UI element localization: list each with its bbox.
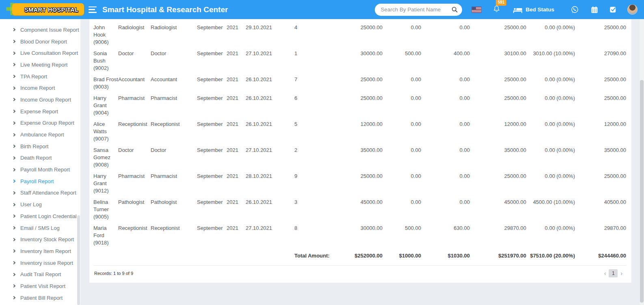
- sidebar-item-staff-attendance-report[interactable]: Staff Attendance Report: [0, 187, 80, 199]
- sidebar-item-label: Blood Donor Report: [20, 39, 67, 45]
- menu-toggle-icon[interactable]: [89, 6, 97, 13]
- sidebar-item-label: Patient Login Credential: [20, 213, 77, 219]
- cell-tax: 0.00 (0.00%): [526, 221, 575, 247]
- cell-role: Receptionist: [118, 221, 151, 247]
- sidebar-list: Component Issue ReportBlood Donor Report…: [0, 24, 80, 304]
- cell-role: Pathologist: [118, 195, 151, 221]
- cell-tax: 0.00 (0.00%): [526, 117, 575, 143]
- cell-month: September: [197, 20, 227, 46]
- cell-role: Pharmacist: [118, 91, 151, 117]
- chevron-right-icon: [12, 238, 15, 241]
- sidebar-item-ambulance-report[interactable]: Ambulance Report: [0, 129, 80, 141]
- app-logo[interactable]: SMART HOSPITAL: [0, 0, 80, 19]
- tasks-button[interactable]: [609, 6, 617, 13]
- total-tax: $7510.00 (20.00%): [526, 247, 575, 263]
- sidebar-item-income-group-report[interactable]: Income Group Report: [0, 94, 80, 106]
- sidebar-item-payroll-month-report[interactable]: Payroll Month Report: [0, 164, 80, 175]
- cell-deduction: 0.00: [421, 143, 470, 169]
- sidebar-item-patient-bill-report[interactable]: Patient Bill Report: [0, 292, 80, 304]
- total-gross-salary: $251970.00: [470, 247, 526, 263]
- cell-gross-salary: 25000.00: [470, 169, 526, 195]
- page-scrollbar[interactable]: [640, 19, 644, 305]
- language-flag-icon[interactable]: [472, 7, 481, 13]
- sidebar-item-income-report[interactable]: Income Report: [0, 82, 80, 94]
- cell-gross-salary: 30100.00: [470, 46, 526, 72]
- sidebar-item-component-issue-report[interactable]: Component Issue Report: [0, 24, 80, 36]
- cell-payslip-no: 9: [294, 169, 333, 195]
- search-icon[interactable]: [451, 6, 458, 13]
- chevron-right-icon: [12, 87, 15, 90]
- cell-tax: 0.00 (0.00%): [526, 20, 575, 46]
- cell-gross-salary: 25000.00: [470, 20, 526, 46]
- sidebar-item-label: Inventory Item Report: [20, 248, 71, 254]
- user-avatar[interactable]: [627, 4, 638, 15]
- cell-basic-salary: 25000.00: [333, 20, 383, 46]
- sidebar-item-payroll-report[interactable]: Payroll Report: [0, 175, 80, 187]
- page-scrollbar-thumb[interactable]: [640, 80, 644, 303]
- sidebar-item-audit-trail-report[interactable]: Audit Trail Report: [0, 268, 80, 280]
- cell-net-salary: 25000.00: [575, 20, 626, 46]
- cell-year: 2021: [227, 221, 246, 247]
- calendar-button[interactable]: [590, 6, 599, 14]
- sidebar-item-inventory-item-report[interactable]: Inventory Item Report: [0, 245, 80, 257]
- cell-payslip-no: 5: [294, 117, 333, 143]
- chevron-right-icon: [12, 51, 15, 54]
- cell-year: 2021: [227, 117, 246, 143]
- cell-month: September: [197, 72, 227, 91]
- prev-page-button[interactable]: ‹: [601, 270, 609, 277]
- cell-role: Receptionist: [118, 117, 151, 143]
- sidebar-item-label: Birth Report: [20, 143, 48, 149]
- sidebar-item-expense-report[interactable]: Expense Report: [0, 106, 80, 117]
- cell-designation: Pharmacist: [151, 169, 197, 195]
- cell-tax: 0.00 (0.00%): [526, 169, 575, 195]
- cell-deduction: 0.00: [421, 169, 470, 195]
- chevron-right-icon: [12, 273, 15, 276]
- cell-designation: Doctor: [151, 143, 197, 169]
- sidebar-item-email-sms-log[interactable]: Email / SMS Log: [0, 222, 80, 234]
- sidebar-item-live-consultation-report[interactable]: Live Consultation Report: [0, 47, 80, 59]
- chevron-right-icon: [12, 203, 15, 206]
- sidebar-item-label: TPA Report: [20, 74, 47, 80]
- cell-deduction: 630.00: [421, 221, 470, 247]
- payroll-table: John Hook (9006)RadiologistRadiologistSe…: [93, 20, 626, 263]
- sidebar-item-expense-group-report[interactable]: Expense Group Report: [0, 117, 80, 129]
- notification-badge: 591: [496, 0, 506, 6]
- whatsapp-button[interactable]: [571, 5, 579, 14]
- cell-deduction: 0.00: [421, 72, 470, 91]
- notifications-button[interactable]: 591: [493, 4, 501, 15]
- cell-tax: 4500.00 (10.00%): [526, 195, 575, 221]
- sidebar-scrollbar-thumb[interactable]: [77, 215, 80, 305]
- cell-payslip-no: 1: [294, 46, 333, 72]
- sidebar-item-label: Income Report: [20, 85, 55, 91]
- sidebar-item-inventory-stock-report[interactable]: Inventory Stock Report: [0, 234, 80, 245]
- cell-month: September: [197, 143, 227, 169]
- cell-year: 2021: [227, 91, 246, 117]
- table-row: Sonia Bush (9002)DoctorDoctorSeptember20…: [93, 46, 626, 72]
- sidebar-item-death-report[interactable]: Death Report: [0, 152, 80, 164]
- cell-net-salary: 25000.00: [575, 169, 626, 195]
- sidebar-item-patient-visit-report[interactable]: Patient Visit Report: [0, 280, 80, 292]
- bed-status-label: Bed Status: [525, 6, 554, 13]
- bed-status-button[interactable]: Bed Status: [513, 6, 554, 13]
- sidebar-item-label: Expense Group Report: [20, 120, 74, 126]
- sidebar-item-inventory-issue-report[interactable]: Inventory issue Report: [0, 257, 80, 269]
- cell-basic-salary: 25000.00: [333, 91, 383, 117]
- cell-gross-salary: 25000.00: [470, 91, 526, 117]
- cell-designation: Doctor: [151, 46, 197, 72]
- sidebar-item-birth-report[interactable]: Birth Report: [0, 141, 80, 152]
- chevron-right-icon: [12, 156, 15, 160]
- sidebar-item-patient-login-credential[interactable]: Patient Login Credential: [0, 210, 80, 222]
- next-page-button[interactable]: ›: [618, 270, 625, 277]
- sidebar-item-live-meeting-report[interactable]: Live Meeting Report: [0, 59, 80, 71]
- table-row: Belina Turner (9005)PathologistPathologi…: [93, 195, 626, 221]
- top-navbar: SMART HOSPITAL Smart Hospital & Research…: [0, 0, 644, 19]
- sidebar-item-user-log[interactable]: User Log: [0, 199, 80, 210]
- total-net-salary: $244460.00: [575, 247, 626, 263]
- logo-pill: SMART HOSPITAL: [12, 3, 84, 16]
- search-input[interactable]: [380, 6, 451, 13]
- table-row: John Hook (9006)RadiologistRadiologistSe…: [93, 20, 626, 46]
- page-number-button[interactable]: 1: [609, 269, 618, 277]
- cell-year: 2021: [227, 195, 246, 221]
- sidebar-item-tpa-report[interactable]: TPA Report: [0, 71, 80, 82]
- sidebar-item-blood-donor-report[interactable]: Blood Donor Report: [0, 36, 80, 48]
